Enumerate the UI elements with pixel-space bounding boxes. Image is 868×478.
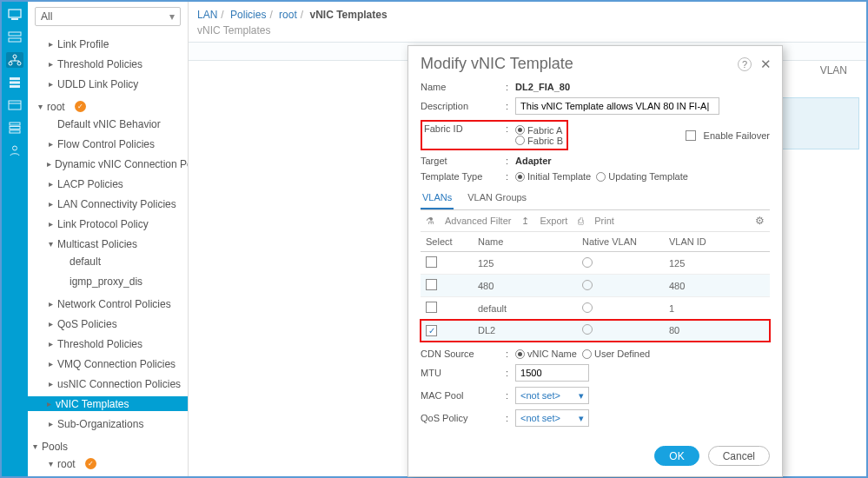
print-icon: ⎙ <box>578 216 584 226</box>
mtu-input[interactable] <box>515 364 589 382</box>
svg-rect-0 <box>9 10 21 17</box>
label-qos-policy: QoS Policy <box>421 413 499 423</box>
org-badge-icon <box>85 458 96 469</box>
gear-icon[interactable]: ⚙ <box>755 215 765 227</box>
row-native-radio[interactable] <box>582 280 593 290</box>
row-select-checkbox[interactable] <box>426 325 437 336</box>
main-panel: LAN/ Policies/ root/ vNIC Templates vNIC… <box>189 2 866 476</box>
tree-item[interactable]: ▸Threshold Policies <box>28 56 188 71</box>
label-mac-pool: MAC Pool <box>421 390 499 401</box>
table-row[interactable]: 125125 <box>421 252 770 275</box>
description-input[interactable] <box>515 97 719 115</box>
tree-item[interactable]: ▸usNIC Connection Policies <box>28 376 188 391</box>
row-select-checkbox[interactable] <box>426 279 437 290</box>
tree-item[interactable]: ▸Sub-Organizations <box>28 416 188 431</box>
radio-initial-template[interactable]: Initial Template <box>515 171 591 182</box>
row-select-checkbox[interactable] <box>426 302 437 313</box>
value-target: Adapter <box>515 156 552 166</box>
tree-item[interactable]: Default vNIC Behavior <box>28 116 188 131</box>
svg-rect-3 <box>9 38 21 42</box>
tree-item[interactable]: ▸LACP Policies <box>28 176 188 191</box>
rail-icon-san[interactable] <box>6 75 23 90</box>
table-row[interactable]: 480480 <box>421 275 770 297</box>
tree-item[interactable]: ▸VMQ Connection Policies <box>28 356 188 371</box>
chevron-down-icon: ▾ <box>579 390 584 402</box>
tab-vlan-groups[interactable]: VLAN Groups <box>466 187 528 209</box>
tree-item[interactable]: ▾root <box>28 456 188 471</box>
col-name[interactable]: Name <box>473 232 577 252</box>
row-vlanid: 1 <box>664 297 770 320</box>
tree-item[interactable]: ▸Threshold Policies <box>28 336 188 351</box>
row-name: default <box>473 297 577 320</box>
rail-icon-servers[interactable] <box>6 30 23 45</box>
row-native-radio[interactable] <box>582 257 593 268</box>
help-icon[interactable]: ? <box>738 57 752 71</box>
tree-item[interactable]: ▸UDLD Link Policy <box>28 76 188 91</box>
row-vlanid: 480 <box>664 275 770 297</box>
radio-fabric-b[interactable]: Fabric B <box>515 136 563 146</box>
label-description: Description <box>421 101 499 111</box>
chevron-down-icon: ▾ <box>579 413 584 424</box>
tree-item[interactable]: ▸Link Protocol Policy <box>28 216 188 231</box>
label-cdn-source: CDN Source <box>421 349 499 359</box>
close-icon[interactable]: ✕ <box>760 56 772 72</box>
column-header-vlan: VLAN <box>820 64 847 76</box>
row-name: 125 <box>473 252 577 275</box>
radio-cdn-vnic-name[interactable]: vNIC Name <box>515 349 577 359</box>
tree-item-vnic-templates[interactable]: ▸vNIC Templates <box>28 396 188 411</box>
export-button[interactable]: Export <box>540 216 567 226</box>
tree-item[interactable]: default <box>28 254 188 269</box>
table-row[interactable]: default1 <box>421 297 770 320</box>
modal-title: Modify vNIC Template <box>421 55 573 73</box>
rail-icon-lan[interactable] <box>6 52 23 68</box>
filter-value: All <box>41 10 52 23</box>
svg-rect-14 <box>10 130 20 133</box>
checkbox-enable-failover[interactable]: Enable Failover <box>686 130 771 141</box>
crumb-root[interactable]: root <box>279 9 297 21</box>
label-template-type: Template Type <box>421 171 499 182</box>
tree-item[interactable]: ▸Link Profile <box>28 37 188 51</box>
cancel-button[interactable]: Cancel <box>708 446 770 466</box>
crumb-lan[interactable]: LAN <box>197 9 217 21</box>
mac-pool-select[interactable]: <not set>▾ <box>515 387 589 404</box>
chevron-down-icon: ▾ <box>169 10 175 23</box>
rail-icon-admin[interactable] <box>6 143 23 158</box>
tree-item[interactable]: igmp_proxy_dis <box>28 274 188 289</box>
row-native-radio[interactable] <box>582 302 593 313</box>
advanced-filter-button[interactable]: Advanced Filter <box>445 216 511 226</box>
tree-item-pools[interactable]: ▾Pools <box>28 439 188 454</box>
row-name: DL2 <box>473 320 577 342</box>
svg-rect-9 <box>10 85 20 88</box>
col-native[interactable]: Native VLAN <box>577 232 664 252</box>
row-select-checkbox[interactable] <box>426 256 437 268</box>
filter-select[interactable]: All ▾ <box>35 7 181 26</box>
tree-item[interactable]: ▸Dynamic vNIC Connection Policies <box>28 156 188 171</box>
radio-updating-template[interactable]: Updating Template <box>596 171 688 182</box>
label-fabric-id: Fabric ID <box>424 123 499 134</box>
print-button[interactable]: Print <box>594 216 614 226</box>
rail-icon-storage[interactable] <box>6 120 23 136</box>
tree-item-root[interactable]: ▾root <box>28 99 188 114</box>
radio-fabric-a[interactable]: Fabric A <box>515 125 562 136</box>
rail-icon-equipment[interactable] <box>6 7 23 23</box>
ok-button[interactable]: OK <box>654 446 699 466</box>
tree-item[interactable]: ▸QoS Policies <box>28 316 188 331</box>
tree-item[interactable]: ▸LAN Connectivity Policies <box>28 196 188 211</box>
table-row[interactable]: DL280 <box>421 320 770 342</box>
tree-item[interactable]: ▾IP Pools <box>28 474 188 476</box>
svg-point-6 <box>17 62 21 65</box>
crumb-policies[interactable]: Policies <box>230 9 266 21</box>
col-select[interactable]: Select <box>421 232 473 252</box>
tree-item[interactable]: ▸Flow Control Policies <box>28 136 188 151</box>
label-target: Target <box>421 156 499 166</box>
tree-item[interactable]: ▸Network Control Policies <box>28 296 188 311</box>
value-name: DL2_FIA_80 <box>515 82 570 92</box>
qos-policy-select[interactable]: <not set>▾ <box>515 409 589 427</box>
col-vlanid[interactable]: VLAN ID <box>664 232 770 252</box>
tab-vlans[interactable]: VLANs <box>421 187 454 209</box>
row-native-radio[interactable] <box>582 324 593 335</box>
tree-item[interactable]: ▾Multicast Policies <box>28 236 188 251</box>
radio-cdn-user-defined[interactable]: User Defined <box>582 349 650 359</box>
rail-icon-vm[interactable] <box>6 97 23 113</box>
svg-point-15 <box>13 146 17 150</box>
